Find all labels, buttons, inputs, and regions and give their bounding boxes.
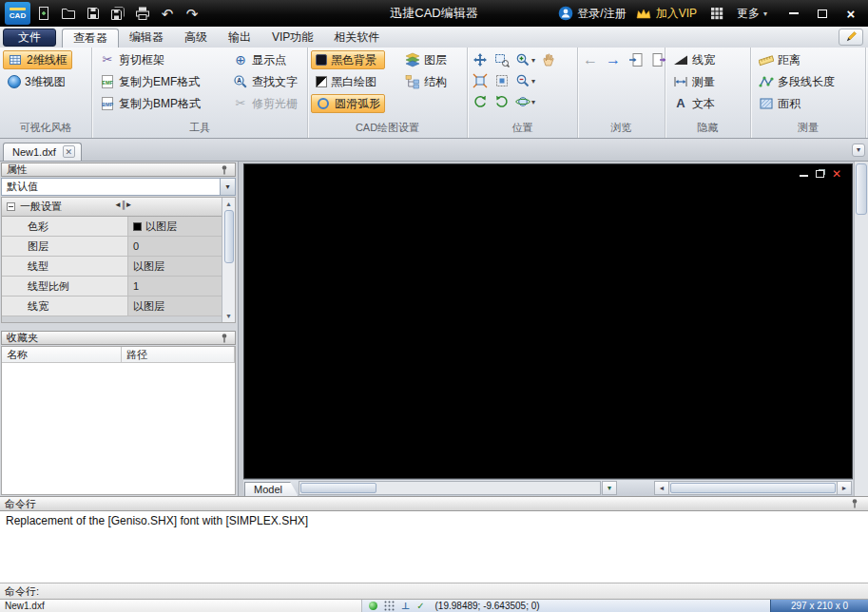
pin-icon[interactable] xyxy=(219,164,230,176)
smooth-arc-button[interactable]: 圆滑弧形 xyxy=(311,94,385,113)
bw-drawing-button[interactable]: 黑白绘图 xyxy=(311,72,385,91)
next-view-button[interactable]: → xyxy=(604,50,623,69)
zoom-extents-button[interactable] xyxy=(471,71,490,90)
tab-editor[interactable]: 编辑器 xyxy=(119,28,174,48)
tab-close-icon[interactable]: ✕ xyxy=(63,145,75,158)
print-button[interactable] xyxy=(131,2,154,25)
zoom-out-button[interactable]: ▾ xyxy=(514,71,536,90)
open-file-button[interactable] xyxy=(57,2,80,25)
model-space-tab[interactable]: Model xyxy=(244,482,299,497)
undo-button[interactable]: ↶ xyxy=(156,2,179,25)
canvas-hscrollbar[interactable] xyxy=(669,481,837,495)
distance-button[interactable]: 距离 xyxy=(754,50,805,69)
property-value-field[interactable]: 1 xyxy=(128,277,222,296)
black-background-button[interactable]: 黑色背景 xyxy=(311,50,385,69)
redo-button[interactable]: ↷ xyxy=(181,2,203,25)
restore-view-button[interactable] xyxy=(627,50,646,69)
pan-view-button[interactable] xyxy=(471,50,490,69)
rotate-ccw-button[interactable] xyxy=(471,92,490,111)
command-input[interactable] xyxy=(44,585,863,598)
pin-icon[interactable] xyxy=(219,333,230,344)
scroll-down-icon[interactable]: ▼ xyxy=(225,311,232,321)
find-text-button[interactable]: A 查找文字 xyxy=(228,72,302,91)
polyline-length-button[interactable]: 多段线长度 xyxy=(754,72,839,91)
apps-grid-button[interactable] xyxy=(705,2,728,25)
tab-advanced[interactable]: 高级 xyxy=(174,28,218,48)
previous-view-button[interactable]: ← xyxy=(581,50,600,69)
orbit-3d-button[interactable]: ▾ xyxy=(514,92,536,111)
favorites-col-name[interactable]: 名称 xyxy=(2,347,122,362)
copy-as-bmp-button[interactable]: BMP 复制为BMP格式 xyxy=(95,94,205,113)
3d-view-button[interactable]: 3维视图 xyxy=(3,72,70,91)
selector-dropdown-button[interactable]: ▾ xyxy=(220,179,235,195)
zoom-in-button[interactable]: ▾ xyxy=(514,50,536,69)
rotate-cw-button[interactable] xyxy=(492,92,511,111)
text-toggle-button[interactable]: A 文本 xyxy=(668,94,720,113)
canvas-vscrollbar[interactable] xyxy=(854,162,868,496)
property-value-field[interactable]: 以图层 xyxy=(128,296,222,316)
measure-toggle-button[interactable]: 测量 xyxy=(668,72,720,91)
favorites-body[interactable] xyxy=(2,363,235,494)
command-panel-header[interactable]: 命令行 xyxy=(0,496,868,511)
login-button[interactable]: 登录/注册 xyxy=(558,6,626,22)
pin-icon[interactable] xyxy=(849,498,860,509)
scroll-up-icon[interactable]: ▲ xyxy=(225,199,232,209)
scrollbar-thumb[interactable] xyxy=(224,210,234,263)
property-value-field[interactable]: 以图层 xyxy=(128,217,222,236)
zoom-in-dropdown-icon[interactable]: ▾ xyxy=(531,56,535,65)
hscroll-left-button[interactable]: ◄ xyxy=(654,481,669,495)
favorites-panel-header[interactable]: 收藏夹 xyxy=(1,331,236,345)
canvas-vscroll-thumb[interactable] xyxy=(856,163,867,215)
drawing-canvas[interactable]: ✕ xyxy=(243,163,853,479)
tab-overflow-button[interactable]: ▾ xyxy=(852,143,865,157)
tab-viewer[interactable]: 查看器 xyxy=(62,29,119,48)
join-vip-button[interactable]: 加入VIP xyxy=(635,6,697,22)
canvas-close-icon[interactable]: ✕ xyxy=(832,169,841,179)
orbit-dropdown-icon[interactable]: ▾ xyxy=(531,98,535,106)
layers-button[interactable]: 图层 xyxy=(400,50,452,69)
show-points-button[interactable]: ⊕ 显示点 xyxy=(228,50,302,69)
trim-raster-button[interactable]: ✂ 修剪光栅 xyxy=(228,94,302,113)
properties-panel-header[interactable]: 属性 xyxy=(1,163,236,177)
tab-output[interactable]: 输出 xyxy=(218,28,261,48)
collapse-expander-icon[interactable] xyxy=(7,202,15,211)
2d-wireframe-button[interactable]: 2维线框 xyxy=(3,50,72,69)
ortho-mode-icon[interactable]: ⊥ xyxy=(401,602,410,611)
new-file-button[interactable] xyxy=(32,2,55,25)
favorites-col-path[interactable]: 路径 xyxy=(122,347,235,362)
properties-group-row[interactable]: 一般设置 ◄║► xyxy=(2,198,222,217)
tab-vip-features[interactable]: VIP功能 xyxy=(261,28,323,48)
maximize-button[interactable] xyxy=(810,4,835,23)
command-history[interactable]: Replacement of the [Geniso.SHX] font wit… xyxy=(0,511,868,583)
zoom-object-button[interactable] xyxy=(492,71,511,90)
quick-edit-button[interactable] xyxy=(839,29,863,46)
layout-scrollbar[interactable] xyxy=(299,481,601,495)
property-set-selector[interactable]: 默认值 ▾ xyxy=(1,178,236,196)
zoom-out-dropdown-icon[interactable]: ▾ xyxy=(531,77,535,86)
property-value-field[interactable]: 以图层 xyxy=(128,257,222,276)
line-width-button[interactable]: 线宽 xyxy=(668,50,720,69)
copy-as-emf-button[interactable]: EMF 复制为EMF格式 xyxy=(95,72,205,91)
pan-hand-button[interactable] xyxy=(539,50,558,69)
zoom-window-button[interactable] xyxy=(492,50,511,69)
osnap-check-icon[interactable]: ✓ xyxy=(416,602,424,611)
close-button[interactable]: × xyxy=(839,4,863,23)
canvas-hscroll-thumb[interactable] xyxy=(670,483,836,493)
hscroll-right-button[interactable]: ► xyxy=(837,481,852,495)
layout-list-button[interactable]: ▾ xyxy=(602,481,617,495)
document-tab-active[interactable]: New1.dxf ✕ xyxy=(3,143,82,161)
minimize-button[interactable] xyxy=(781,4,806,23)
property-value-field[interactable]: 0 xyxy=(128,237,222,256)
structure-button[interactable]: 结构 xyxy=(400,72,452,91)
properties-scrollbar[interactable]: ▲ ▼ xyxy=(222,198,235,322)
clip-frame-button[interactable]: ✂ 剪切框架 xyxy=(95,50,205,69)
canvas-restore-icon[interactable] xyxy=(816,170,824,178)
save-all-button[interactable] xyxy=(106,2,129,25)
snap-sphere-icon[interactable] xyxy=(369,602,377,610)
grid-snap-icon[interactable] xyxy=(384,601,395,611)
save-button[interactable] xyxy=(82,2,105,25)
more-menu-button[interactable]: 更多 ▾ xyxy=(737,6,767,22)
area-button[interactable]: 面积 xyxy=(754,94,805,113)
canvas-minimize-icon[interactable] xyxy=(800,175,808,177)
file-menu-button[interactable]: 文件 xyxy=(3,29,56,47)
